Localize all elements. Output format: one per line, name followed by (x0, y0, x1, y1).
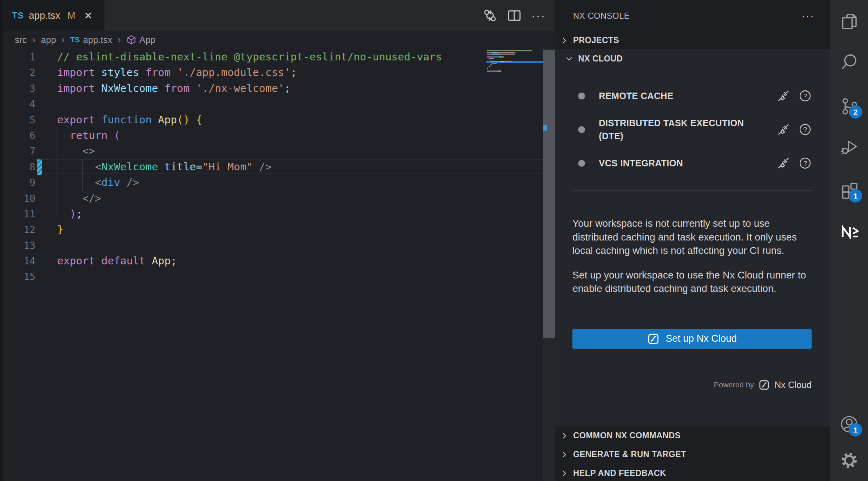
powered-by-nx-cloud[interactable]: Powered by Nx Cloud (572, 379, 812, 391)
setup-nx-cloud-button[interactable]: Set up Nx Cloud (572, 329, 812, 349)
svg-text:?: ? (803, 159, 807, 167)
code-line: 12} (0, 222, 542, 237)
breadcrumb-app[interactable]: app (41, 35, 56, 45)
code-editor[interactable]: 1// eslint-disable-next-line @typescript… (0, 48, 555, 481)
chevron-right-icon: › (117, 34, 122, 46)
editor-actions: ··· (483, 0, 546, 31)
section-common-nx-commands[interactable]: COMMON NX COMMANDS (555, 426, 830, 445)
section-nx-cloud: NX CLOUD REMOTE CACHE ? (555, 49, 830, 426)
collapsed-sections: COMMON NX COMMANDS GENERATE & RUN TARGET… (555, 426, 830, 481)
nx-cloud-header[interactable]: NX CLOUD (560, 49, 812, 68)
vscode-window: TS app.tsx M ✕ ··· (0, 0, 868, 481)
help-question-icon[interactable]: ? (799, 123, 812, 136)
git-modified-badge: M (68, 10, 76, 21)
nx-console-panel: NX CONSOLE ··· PROJECTS NX CLOUD REMOTE … (555, 0, 830, 481)
editor-group: TS app.tsx M ✕ ··· (0, 0, 555, 481)
section-help-and-feedback[interactable]: HELP AND FEEDBACK (555, 464, 830, 481)
panel-title: NX CONSOLE (573, 11, 630, 21)
source-control-badge: 2 (849, 105, 862, 119)
activity-bar: 2 1 (830, 0, 868, 481)
settings-gear-icon[interactable] (840, 451, 859, 470)
code-line: 1// eslint-disable-next-line @typescript… (0, 49, 542, 65)
extensions-badge: 1 (849, 189, 862, 203)
chevron-right-icon (560, 432, 568, 440)
list-item-vcs-integration[interactable]: VCS INTEGRATION ? (572, 150, 812, 176)
nx-cloud-feature-list: REMOTE CACHE ? (572, 82, 812, 176)
code-line: 3import NxWelcome from './nx-welcome'; (0, 81, 542, 96)
close-icon[interactable]: ✕ (84, 10, 92, 22)
breadcrumb: src › app › TS app.tsx › App (0, 31, 555, 48)
section-projects[interactable]: PROJECTS (555, 32, 830, 49)
svg-text:?: ? (803, 92, 807, 100)
tab-bar: TS app.tsx M ✕ ··· (0, 0, 555, 31)
code-line: 13 (0, 238, 542, 253)
code-line: 6 return ( (0, 128, 542, 143)
account-badge: 1 (849, 423, 862, 437)
nx-cloud-logo-icon (759, 379, 770, 391)
brand-label: Nx Cloud (774, 380, 812, 390)
connect-plug-icon[interactable] (777, 157, 790, 170)
tab-app-tsx[interactable]: TS app.tsx M ✕ (3, 0, 104, 31)
section-generate-run-target[interactable]: GENERATE & RUN TARGET (555, 445, 830, 464)
minimap[interactable] (487, 50, 543, 76)
chevron-down-icon (565, 55, 573, 63)
powered-by-label: Powered by (714, 380, 754, 389)
workspace-status-text: Your workspace is not currently set up t… (572, 217, 812, 257)
code-line: 4 (0, 96, 542, 112)
help-question-icon[interactable]: ? (799, 89, 812, 102)
list-item-remote-cache[interactable]: REMOTE CACHE ? (572, 82, 812, 109)
code-line: 7 <> (0, 143, 542, 159)
status-bullet-icon (578, 93, 585, 99)
help-question-icon[interactable]: ? (799, 157, 812, 170)
chevron-right-icon (560, 469, 568, 477)
code-line: 10 </> (0, 191, 542, 206)
search-icon[interactable] (840, 52, 859, 71)
more-actions-icon[interactable]: ··· (531, 9, 546, 23)
open-changes-icon[interactable] (483, 8, 497, 23)
code-line: 11 ); (0, 206, 542, 222)
code-lines: 1// eslint-disable-next-line @typescript… (0, 49, 542, 285)
code-line: 8 <NxWelcome title="Hi Mom" /> (0, 159, 542, 175)
window-edge (0, 0, 3, 481)
overview-ruler-modified-marker (543, 125, 547, 131)
nx-cloud-logo-icon (647, 333, 659, 345)
tab-label: app.tsx (29, 10, 60, 21)
chevron-right-icon: › (31, 34, 36, 46)
connect-plug-icon[interactable] (777, 89, 790, 102)
panel-header: NX CONSOLE ··· (555, 0, 830, 32)
breadcrumb-symbol-app[interactable]: App (126, 35, 155, 45)
nx-console-icon[interactable] (840, 222, 859, 241)
status-bullet-icon (578, 126, 585, 133)
scrollbar-slider[interactable] (543, 50, 555, 338)
code-line: 5export function App() { (0, 112, 542, 128)
typescript-file-icon: TS (12, 10, 24, 21)
code-line: 9 <div /> (0, 175, 542, 190)
extensions-icon[interactable]: 1 (840, 181, 859, 200)
vertical-scrollbar (543, 48, 555, 481)
chevron-right-icon (560, 451, 568, 459)
divider (572, 190, 812, 191)
chevron-right-icon: › (61, 34, 65, 46)
run-debug-icon[interactable] (840, 137, 859, 156)
code-line: 15 (0, 269, 542, 284)
breadcrumb-app-tsx[interactable]: TS app.tsx (70, 35, 112, 45)
typescript-file-icon: TS (70, 35, 80, 44)
panel-more-icon[interactable]: ··· (802, 10, 815, 22)
explorer-icon[interactable] (840, 12, 859, 31)
breadcrumb-src[interactable]: src (15, 35, 27, 45)
svg-text:?: ? (803, 126, 807, 133)
symbol-cube-icon (126, 35, 136, 45)
source-control-icon[interactable]: 2 (840, 97, 859, 116)
split-editor-icon[interactable] (507, 8, 522, 23)
code-line: 14export default App; (0, 253, 542, 269)
list-item-dte[interactable]: DISTRIBUTED TASK EXECUTION (DTE) ? (572, 109, 812, 150)
code-line: 2import styles from './app.module.css'; (0, 65, 542, 80)
chevron-right-icon (560, 37, 568, 44)
connect-plug-icon[interactable] (777, 123, 790, 136)
status-bullet-icon (578, 160, 585, 167)
account-icon[interactable]: 1 (840, 415, 859, 434)
setup-hint-text: Set up your workspace to use the Nx Clou… (572, 268, 812, 295)
